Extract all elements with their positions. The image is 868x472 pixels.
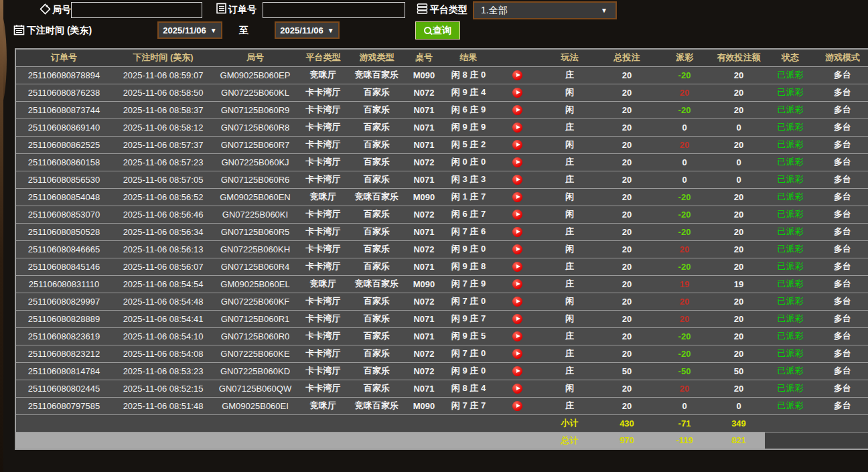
- cell-result: 闲 8 庄 0: [445, 66, 492, 84]
- subtotal-row-spacer: [492, 414, 542, 432]
- cell-round: GN07225B060KF: [214, 293, 296, 310]
- cell-result: 闲 7 庄 0: [445, 293, 492, 310]
- replay-play-icon[interactable]: [512, 157, 522, 167]
- cell-game: 竞咪百家乐: [350, 188, 403, 206]
- cell-order: 251106080850528: [16, 223, 112, 240]
- replay-play-icon[interactable]: [512, 262, 522, 272]
- cell-play: 庄: [542, 119, 597, 136]
- cell-game: 百家乐: [350, 171, 403, 188]
- cell-game: 百家乐: [350, 345, 403, 362]
- table-row: 2511060808530702025-11-06 08:56:46GN0722…: [16, 206, 868, 223]
- cell-game: 竞咪百家乐: [350, 66, 403, 84]
- cell-game: 百家乐: [350, 84, 403, 101]
- cell-status: 已派彩: [765, 240, 816, 258]
- bet-records-table-wrap: 订单号下注时间 (美东)局号平台类型游戏类型桌号结果玩法总投注派彩有效投注额状态…: [15, 48, 868, 450]
- cell-valid: 20: [713, 327, 765, 345]
- cell-payout: -20: [656, 188, 713, 206]
- column-header-bet: 总投注: [597, 50, 656, 66]
- cell-replay: [492, 275, 542, 293]
- cell-payout: 20: [656, 240, 713, 258]
- grand-total-row-spacer: [765, 432, 816, 449]
- cell-payout: -50: [656, 362, 713, 380]
- table-row: 2511060808601582025-11-06 08:57:23GN0722…: [16, 153, 868, 171]
- cell-valid: 20: [713, 136, 765, 153]
- replay-play-icon[interactable]: [512, 192, 522, 202]
- cell-result: 闲 3 庄 3: [445, 171, 492, 188]
- cell-payout: 0: [656, 171, 713, 188]
- replay-play-icon[interactable]: [512, 210, 522, 220]
- platform-select[interactable]: 1.全部 ▼: [473, 1, 617, 19]
- cell-round: GN07125B060QW: [214, 380, 296, 397]
- left-edge-border: [0, 0, 3, 472]
- cell-payout: 20: [656, 380, 713, 397]
- cell-order: 251106080828889: [16, 310, 112, 327]
- tag-icon: [40, 3, 51, 15]
- cell-game: 百家乐: [350, 223, 403, 240]
- replay-play-icon[interactable]: [512, 175, 522, 185]
- replay-play-icon[interactable]: [512, 105, 522, 115]
- cell-order: 251106080854048: [16, 188, 112, 206]
- column-header-order: 订单号: [16, 50, 112, 66]
- replay-play-icon[interactable]: [512, 227, 522, 237]
- cell-order: 251106080878894: [16, 66, 112, 84]
- cell-order: 251106080814784: [16, 362, 112, 380]
- round-input[interactable]: [71, 2, 202, 18]
- cell-table: M090: [403, 275, 445, 293]
- cell-time: 2025-11-06 08:56:13: [112, 240, 214, 258]
- table-row: 2511060808762382025-11-06 08:58:50GN0722…: [16, 84, 868, 101]
- replay-play-icon[interactable]: [512, 297, 522, 307]
- subtotal-row-spacer: [445, 414, 492, 432]
- cell-mode: 多台: [816, 362, 868, 380]
- cell-play: 庄: [542, 362, 597, 380]
- order-filter-label: 订单号: [228, 4, 257, 16]
- cell-time: 2025-11-06 08:52:15: [112, 380, 214, 397]
- cell-replay: [492, 223, 542, 240]
- replay-play-icon[interactable]: [512, 331, 522, 341]
- cell-order: 251106080823212: [16, 345, 112, 362]
- cell-play: 闲: [542, 380, 597, 397]
- date-to-select[interactable]: 2025/11/06 ▼: [275, 21, 340, 39]
- platform-filter-label: 平台类型: [430, 4, 467, 16]
- replay-play-icon[interactable]: [512, 401, 522, 411]
- table-row: 2511060808451462025-11-06 08:56:07GN0712…: [16, 258, 868, 275]
- order-input[interactable]: [263, 2, 405, 18]
- replay-play-icon[interactable]: [512, 366, 522, 376]
- cell-bet: 20: [597, 240, 656, 258]
- replay-play-icon[interactable]: [512, 349, 522, 359]
- replay-play-icon[interactable]: [512, 88, 522, 98]
- grand-total-row-spacer: [214, 432, 296, 449]
- grand-total-row-label: 总计: [542, 432, 597, 449]
- cell-game: 百家乐: [350, 206, 403, 223]
- cell-status: 已派彩: [765, 310, 816, 327]
- replay-play-icon[interactable]: [512, 70, 522, 80]
- replay-play-icon[interactable]: [512, 279, 522, 289]
- replay-play-icon[interactable]: [512, 314, 522, 324]
- replay-play-icon[interactable]: [512, 140, 522, 150]
- replay-play-icon[interactable]: [512, 244, 522, 254]
- cell-payout: 20: [656, 84, 713, 101]
- cell-round: GM09025B060EL: [214, 275, 296, 293]
- filter-bar: 局号 订单号 平台类型 1.全部 ▼ 下注时间 (美东) 2025/11/06 …: [0, 0, 868, 44]
- cell-time: 2025-11-06 08:53:23: [112, 362, 214, 380]
- query-button[interactable]: 查询: [415, 21, 460, 40]
- cell-mode: 多台: [816, 223, 868, 240]
- table-row: 2511060808232122025-11-06 08:54:08GN0722…: [16, 345, 868, 362]
- replay-play-icon[interactable]: [512, 123, 522, 133]
- cell-payout: -20: [656, 327, 713, 345]
- cell-order: 251106080802445: [16, 380, 112, 397]
- query-button-label: 查询: [433, 25, 451, 37]
- cell-play: 闲: [542, 310, 597, 327]
- table-row: 2511060808565302025-11-06 08:57:05GN0712…: [16, 171, 868, 188]
- cell-replay: [492, 101, 542, 119]
- cell-result: 闲 7 庄 6: [445, 223, 492, 240]
- cell-valid: 19: [713, 275, 765, 293]
- cell-mode: 多台: [816, 258, 868, 275]
- cell-hall: 卡卡湾厅: [296, 310, 350, 327]
- table-body: 2511060808788942025-11-06 08:59:07GM0902…: [16, 66, 868, 414]
- replay-play-icon[interactable]: [512, 384, 522, 394]
- column-header-status: 状态: [765, 50, 816, 66]
- cell-bet: 20: [597, 310, 656, 327]
- cell-replay: [492, 327, 542, 345]
- date-from-select[interactable]: 2025/11/06 ▼: [157, 21, 222, 39]
- cell-result: 闲 9 庄 5: [445, 327, 492, 345]
